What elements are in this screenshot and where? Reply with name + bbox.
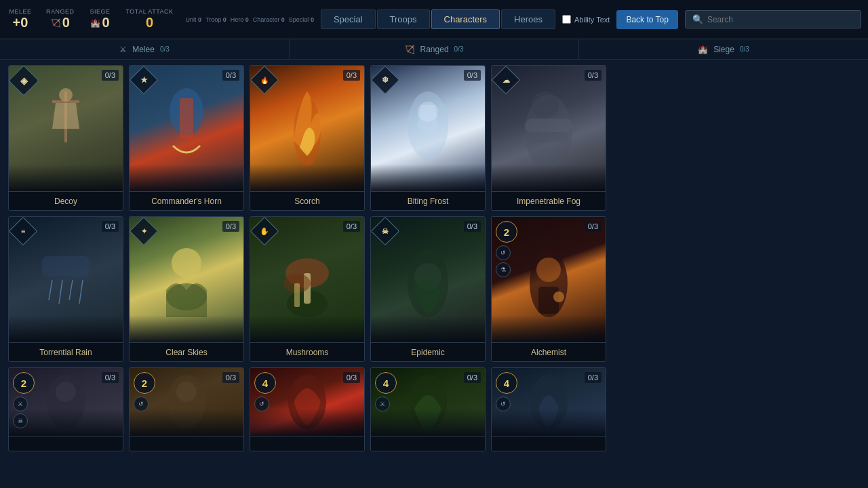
- card-name-bottom3: [250, 436, 364, 451]
- svg-point-32: [56, 382, 76, 402]
- siege-row-icon: 🏰: [698, 45, 708, 54]
- card-biting-frost[interactable]: ❄ 0/3 Biting Frost: [370, 65, 486, 211]
- ranged-stat: Ranged 🏹 0: [46, 8, 75, 30]
- tab-characters[interactable]: Characters: [431, 9, 500, 29]
- card-name-scorch: Scorch: [250, 191, 364, 210]
- card-name-bottom5: [492, 436, 606, 451]
- ability-text-check[interactable]: Ability Text: [562, 15, 610, 24]
- svg-line-16: [69, 280, 73, 300]
- card-count-bottom1: 0/3: [102, 372, 119, 383]
- back-to-top-button[interactable]: Back to Top: [616, 10, 677, 29]
- svg-marker-3: [52, 103, 79, 129]
- unit-stat: Unit 0: [186, 16, 202, 23]
- card-count-torrential-rain: 0/3: [102, 221, 119, 232]
- melee-stat: Melee +0: [7, 8, 34, 30]
- card-icons-bottom4: ⚔: [375, 396, 390, 411]
- total-value: 0: [146, 15, 153, 30]
- tab-troops[interactable]: Troops: [377, 9, 430, 29]
- row-tab-melee[interactable]: ⚔ Melee 0/3: [0, 39, 290, 59]
- svg-point-28: [536, 258, 561, 282]
- cards-row-3: 2 ⚔ ☠ 0/3 2 ↺: [8, 367, 860, 451]
- card-decoy[interactable]: ◈ 0/3 Decoy: [8, 65, 123, 211]
- svg-line-17: [79, 280, 83, 304]
- card-name-bottom4: [371, 436, 485, 451]
- siege-row-label: Siege: [713, 45, 734, 54]
- card-commanders-horn[interactable]: ★ 0/3 Commander's Horn: [129, 65, 244, 211]
- card-name-clear-skies: Clear Skies: [130, 342, 243, 361]
- card-badge-bottom3: 4: [254, 372, 276, 394]
- card-impenetrable-fog[interactable]: ☁ 0/3 Impenetrable Fog: [491, 65, 606, 211]
- svg-rect-10: [525, 119, 572, 132]
- card-art-bottom5: 4 ↺ 0/3: [492, 368, 606, 436]
- card-count-biting-frost: 0/3: [464, 70, 481, 81]
- ability-label: Ability Text: [574, 16, 610, 24]
- card-epidemic[interactable]: ☠ 0/3 Epidemic: [370, 216, 486, 362]
- card-name-bottom1: [9, 436, 123, 451]
- card-torrential-rain[interactable]: ≡ 0/3 Torrential Rain: [8, 216, 123, 362]
- svg-point-30: [553, 291, 564, 302]
- card-scorch[interactable]: 🔥 0/3 Scorch: [250, 65, 365, 211]
- card-bottom2[interactable]: 2 ↺ 0/3: [129, 367, 244, 451]
- melee-row-icon: ⚔: [119, 45, 127, 54]
- card-art-bottom1: 2 ⚔ ☠ 0/3: [9, 368, 123, 436]
- card-count-commanders-horn: 0/3: [222, 70, 239, 81]
- icon-refresh: ↺: [496, 245, 511, 260]
- ranged-label: Ranged: [46, 8, 75, 15]
- svg-point-12: [532, 92, 559, 119]
- card-art-epidemic: ☠ 0/3: [371, 217, 485, 342]
- card-icons-bottom1: ⚔ ☠: [13, 396, 28, 428]
- troop-stat: Troop 0: [205, 16, 226, 23]
- card-mushrooms[interactable]: ✋ 0/3 Mushrooms: [250, 216, 365, 362]
- card-alchemist[interactable]: 2 ↺ ⚗ 0/3 Alchemist: [491, 216, 606, 362]
- search-input[interactable]: [707, 15, 854, 24]
- ranged-row-count: 0/3: [454, 45, 464, 53]
- special-stat: Special 0: [289, 16, 314, 23]
- card-count-bottom2: 0/3: [222, 372, 239, 383]
- card-count-epidemic: 0/3: [464, 221, 481, 232]
- card-count-scorch: 0/3: [343, 70, 360, 81]
- siege-row-count: 0/3: [740, 45, 749, 53]
- total-stat: Total Attack 0: [126, 8, 174, 30]
- svg-point-18: [172, 248, 201, 278]
- card-bottom5[interactable]: 4 ↺ 0/3: [491, 367, 606, 451]
- card-art-clear-skies: ✦ 0/3: [130, 217, 243, 342]
- tab-special[interactable]: Special: [321, 9, 376, 29]
- card-name-impenetrable-fog: Impenetrable Fog: [492, 191, 606, 210]
- card-count-bottom4: 0/3: [464, 372, 481, 383]
- card-bottom1[interactable]: 2 ⚔ ☠ 0/3: [8, 367, 123, 451]
- card-icons-bottom3: ↺: [254, 396, 269, 411]
- card-count-impenetrable-fog: 0/3: [585, 70, 601, 81]
- row-tab-siege[interactable]: 🏰 Siege 0/3: [579, 39, 868, 59]
- card-badge-bottom2: 2: [134, 372, 155, 394]
- melee-label: Melee: [9, 8, 31, 15]
- card-name-bottom2: [130, 436, 243, 451]
- card-art-scorch: 🔥 0/3: [250, 66, 364, 191]
- ability-checkbox[interactable]: [562, 15, 571, 24]
- card-name-epidemic: Epidemic: [371, 342, 485, 361]
- card-count-bottom5: 0/3: [585, 372, 601, 383]
- card-bottom3[interactable]: 4 ↺ 0/3: [250, 367, 365, 451]
- row-tabs: ⚔ Melee 0/3 🏹 Ranged 0/3 🏰 Siege 0/3: [0, 39, 868, 60]
- sub-stats: Unit 0 Troop 0 Hero 0 Character 0 Specia…: [186, 16, 314, 23]
- card-art-bottom3: 4 ↺ 0/3: [250, 368, 364, 436]
- row-tab-ranged[interactable]: 🏹 Ranged 0/3: [290, 39, 579, 59]
- card-name-commanders-horn: Commander's Horn: [130, 191, 243, 210]
- card-count-decoy: 0/3: [102, 70, 119, 81]
- tab-heroes[interactable]: Heroes: [501, 9, 555, 29]
- melee-value: +0: [13, 15, 28, 30]
- card-badge-alchemist: 2: [496, 221, 517, 243]
- card-count-mushrooms: 0/3: [343, 221, 360, 232]
- ranged-row-icon: 🏹: [405, 45, 415, 54]
- card-bottom4[interactable]: 4 ⚔ 0/3: [370, 367, 486, 451]
- card-badge-bottom5: 4: [496, 372, 517, 394]
- svg-point-8: [418, 102, 438, 122]
- top-bar: Melee +0 Ranged 🏹 0 Siege 🏰 0 Total Atta…: [0, 0, 868, 39]
- card-art-impenetrable-fog: ☁ 0/3: [492, 66, 606, 191]
- cards-container: ◈ 0/3 Decoy ★ 0/3: [0, 60, 868, 488]
- card-art-mushrooms: ✋ 0/3: [250, 217, 364, 342]
- cards-row-2: ≡ 0/3 Torrential Rain ✦: [8, 216, 860, 362]
- card-art-torrential-rain: ≡ 0/3: [9, 217, 123, 342]
- card-art-biting-frost: ❄ 0/3: [371, 66, 485, 191]
- card-clear-skies[interactable]: ✦ 0/3 Clear Skies: [129, 216, 244, 362]
- ranged-row-label: Ranged: [420, 45, 449, 54]
